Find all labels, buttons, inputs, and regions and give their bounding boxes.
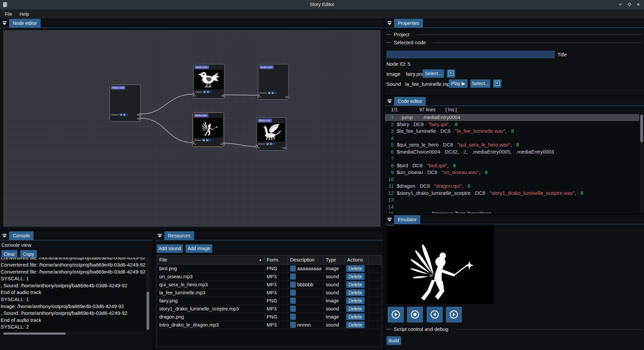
delete-button[interactable]: Delete [346,313,365,320]
increment-outputs-button[interactable]: ▶ [270,142,273,145]
graph-node[interactable]: Media nodeOutputs ◀▶ 1In#0 [193,112,224,147]
code-line[interactable]: 7 [385,155,639,162]
emulator-step-back-button[interactable] [427,307,443,323]
emulator-step-forward-button[interactable] [446,307,462,323]
menu-file[interactable]: File [3,11,14,17]
increment-outputs-button[interactable]: ▶ [207,91,210,93]
tab-resources[interactable]: Resources [164,231,194,240]
console-copy-button[interactable]: Copy [20,250,37,258]
collapse-triangle-icon[interactable] [387,99,392,104]
code-line[interactable]: 15 Drapeaux Tags Transitions [385,210,639,213]
decrement-outputs-button[interactable]: ◀ [266,142,269,145]
increment-outputs-button[interactable]: ▶ [123,113,126,116]
console-vertical-scrollbar[interactable] [146,257,150,331]
graph-node[interactable]: Media nodeOutputs ◀▶ 1In#0 [256,117,286,151]
table-row[interactable]: un_oiseau.mp3MP3.. soundDelete [157,273,382,281]
tab-code-editor[interactable]: Code editor [394,97,426,106]
description-more-button[interactable]: .. [290,314,296,320]
collapse-triangle-icon[interactable] [157,233,162,238]
delete-button[interactable]: Delete [346,305,365,312]
column-header-type[interactable]: Type [323,255,345,264]
maximize-button[interactable] [627,2,633,7]
description-more-button[interactable]: .. [290,274,296,280]
table-row[interactable]: qui_sera_le_hero.mp3MP3.. bbbbbbsoundDel… [157,281,382,289]
add-sound-button[interactable]: Add sound [157,244,183,253]
delete-button[interactable]: Delete [346,289,365,296]
column-header-file[interactable]: File▲ [157,255,264,264]
tab-console[interactable]: Console [9,231,34,240]
output-port[interactable] [139,114,141,116]
emulator-stop-button[interactable] [407,307,423,323]
menu-help[interactable]: Help [17,11,31,17]
description-more-button[interactable]: .. [290,290,296,296]
column-header-description[interactable]: Description [288,255,323,264]
code-line[interactable]: 6$mediaChoice0004 · DC32, · 2, · .mediaE… [385,149,639,156]
increment-outputs-button[interactable]: ▶ [271,92,274,94]
increment-outputs-button[interactable]: ▶ [206,139,209,141]
code-line[interactable]: 11$dragon · DC8 · "dragon.qoi", · 8 [385,183,639,190]
code-line[interactable]: 2$fairy · DC8 · "fairy.qoi", · 8 [385,121,639,128]
decrement-outputs-button[interactable]: ◀ [203,91,206,93]
close-button[interactable] [635,2,641,7]
tab-emulator[interactable]: Emulator [394,215,420,224]
console-horizontal-scrollbar[interactable] [1,332,144,335]
code-line[interactable]: 8$bird · DC8 · "bird.qoi", · 8 [385,162,639,169]
code-scrollbar-thumb[interactable] [640,115,643,142]
table-row[interactable]: intro_drako_le_dragon.mp3MP3.. nnnnnsoun… [157,321,382,329]
code-line[interactable]: 10 [385,176,639,183]
console-clear-button[interactable]: Clear [1,250,17,258]
code-text-area[interactable]: 1→jump ···· .mediaEntry00042$fairy · DC8… [385,114,639,213]
console-hscrollbar-thumb[interactable] [3,333,66,335]
table-row[interactable]: dragon.pngPNG.. imageDelete [157,313,382,321]
code-line[interactable]: 13 [385,196,639,203]
output-port[interactable] [139,118,141,120]
graph-node[interactable]: Media nodeOutputs ◀▶ 2#0#1 [110,84,141,121]
delete-button[interactable]: Delete [346,297,365,304]
table-row[interactable]: bird.pngPNG.. aaaaaaaaaimageDelete [157,265,382,273]
code-vertical-scrollbar[interactable] [640,114,643,213]
output-port[interactable] [284,147,287,149]
description-more-button[interactable]: .. [290,322,296,328]
code-line[interactable]: 4 [385,135,639,142]
graph-node[interactable]: Media nodeOutputs ◀▶ 1In#0 [193,64,225,99]
input-port[interactable] [192,141,194,144]
image-clear-button[interactable]: ✕ [447,69,455,78]
table-row[interactable]: la_fee_luminelle.mp3MP3.. soundDelete [157,289,382,297]
output-port[interactable] [223,95,225,97]
emulator-play-button[interactable] [388,307,404,323]
graph-node[interactable]: Media nodeOutputs ◀▶ 1In#0 [258,64,289,100]
delete-button[interactable]: Delete [346,265,365,272]
add-image-button[interactable]: Add image [185,244,212,253]
minimize-button[interactable] [617,2,623,7]
column-header-form[interactable]: Form. [264,255,288,264]
collapse-triangle-icon[interactable] [387,20,392,25]
column-header-actions[interactable]: Actions [345,255,369,264]
title-input[interactable] [386,51,555,58]
input-port[interactable] [256,145,258,148]
table-row[interactable]: story1_drako_luminelle_sceptre.mp3MP3.. … [157,305,382,313]
title-bar[interactable]: Story Editor [0,0,644,9]
decrement-outputs-button[interactable]: ◀ [268,92,271,94]
collapse-triangle-icon[interactable] [2,233,7,238]
image-select-button[interactable]: Select... [423,69,444,78]
collapse-triangle-icon[interactable] [387,217,392,222]
description-more-button[interactable]: .. [290,282,296,288]
console-scrollbar-thumb[interactable] [147,292,149,330]
output-port[interactable] [287,96,289,98]
decrement-outputs-button[interactable]: ◀ [202,139,205,141]
sound-clear-button[interactable]: ✕ [493,79,501,88]
node-graph-canvas[interactable]: Media nodeOutputs ◀▶ 2#0#1Media nodeOutp… [3,30,381,227]
input-port[interactable] [193,93,195,96]
delete-button[interactable]: Delete [346,281,365,288]
description-more-button[interactable]: .. [290,266,296,272]
tab-properties[interactable]: Properties [394,19,423,27]
description-more-button[interactable]: .. [290,298,296,304]
decrement-outputs-button[interactable]: ◀ [119,113,122,116]
sound-play-button[interactable]: Play ▶ [449,79,468,88]
sound-select-button[interactable]: Select... [470,79,490,88]
collapse-triangle-icon[interactable] [2,20,7,25]
code-line[interactable]: 9$un_oiseau · DC8 · "un_oiseau.wav", · 8 [385,169,639,176]
input-port[interactable] [257,94,260,97]
code-line[interactable]: 12$story1_drako_luminelle_sceptre · DC8 … [385,190,639,197]
emulator-screen[interactable] [386,224,494,304]
